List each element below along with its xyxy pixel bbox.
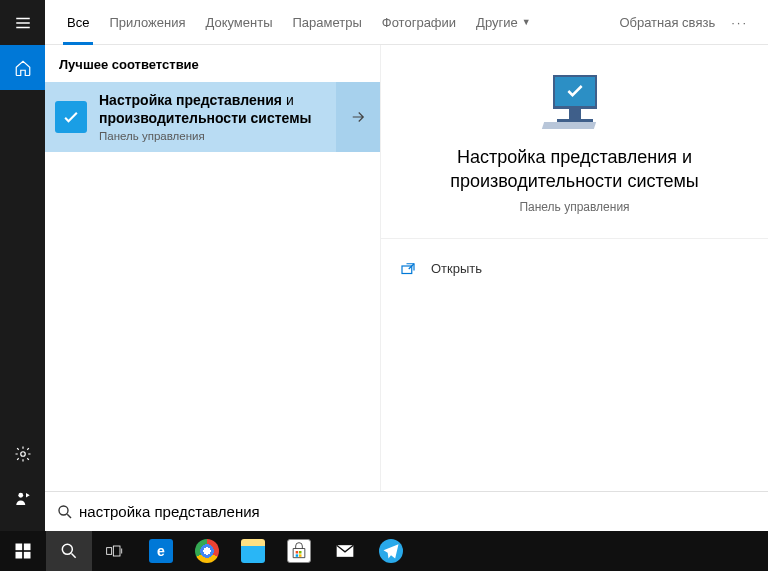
windows-icon <box>13 541 33 561</box>
task-view-icon <box>105 541 125 561</box>
edge-icon: e <box>149 539 173 563</box>
svg-point-8 <box>62 544 72 554</box>
telegram-icon <box>379 539 403 563</box>
menu-toggle-button[interactable] <box>0 0 45 45</box>
svg-rect-11 <box>296 551 299 554</box>
taskbar: e <box>0 531 768 571</box>
svg-point-1 <box>18 492 23 497</box>
best-match-heading: Лучшее соответствие <box>45 45 380 82</box>
start-left-rail <box>0 0 45 531</box>
taskbar-search-button[interactable] <box>46 531 92 571</box>
tab-apps[interactable]: Приложения <box>99 0 195 45</box>
tab-photos[interactable]: Фотографии <box>372 0 466 45</box>
taskbar-store[interactable] <box>276 531 322 571</box>
svg-rect-10 <box>113 546 120 556</box>
svg-point-0 <box>20 451 25 456</box>
tab-more[interactable]: Другие▼ <box>466 0 541 45</box>
svg-rect-13 <box>296 554 299 557</box>
chrome-icon <box>195 539 219 563</box>
open-icon <box>397 260 419 278</box>
search-result-subtitle: Панель управления <box>99 130 326 142</box>
taskbar-edge[interactable]: e <box>138 531 184 571</box>
feedback-link[interactable]: Обратная связь <box>611 15 723 30</box>
svg-rect-9 <box>107 548 112 555</box>
results-column: Лучшее соответствие Настройка представле… <box>45 45 380 491</box>
search-icon <box>59 541 79 561</box>
taskbar-mail[interactable] <box>322 531 368 571</box>
preview-column: Настройка представления и производительн… <box>380 45 768 491</box>
start-button[interactable] <box>0 531 46 571</box>
svg-rect-14 <box>299 554 302 557</box>
svg-point-3 <box>59 506 68 515</box>
search-filter-tabs: Все Приложения Документы Параметры Фотог… <box>45 0 768 45</box>
search-panel: Все Приложения Документы Параметры Фотог… <box>45 0 768 491</box>
person-icon <box>14 490 32 508</box>
more-options-button[interactable]: ··· <box>723 15 756 30</box>
search-bar <box>45 491 768 531</box>
preview-app-icon <box>541 75 609 131</box>
task-view-button[interactable] <box>92 531 138 571</box>
svg-rect-4 <box>16 544 23 551</box>
search-icon <box>51 498 79 526</box>
svg-rect-5 <box>24 544 31 551</box>
chevron-down-icon: ▼ <box>522 17 531 27</box>
account-button[interactable] <box>0 476 45 521</box>
svg-rect-12 <box>299 551 302 554</box>
mail-icon <box>333 539 357 563</box>
open-action[interactable]: Открыть <box>397 251 752 287</box>
open-action-label: Открыть <box>431 261 482 276</box>
search-result-main[interactable]: Настройка представления и производительн… <box>45 82 336 152</box>
taskbar-explorer[interactable] <box>230 531 276 571</box>
tab-all[interactable]: Все <box>57 0 99 45</box>
preview-subtitle: Панель управления <box>411 200 738 214</box>
home-icon <box>14 59 32 77</box>
home-button[interactable] <box>0 45 45 90</box>
search-result-item: Настройка представления и производительн… <box>45 82 380 152</box>
hamburger-icon <box>14 14 32 32</box>
settings-button[interactable] <box>0 431 45 476</box>
store-icon <box>287 539 311 563</box>
svg-rect-7 <box>24 552 31 559</box>
search-result-title: Настройка представления и производительн… <box>99 92 326 127</box>
gear-icon <box>14 445 32 463</box>
tab-settings[interactable]: Параметры <box>282 0 371 45</box>
taskbar-telegram[interactable] <box>368 531 414 571</box>
monitor-check-icon <box>55 101 87 133</box>
preview-title: Настройка представления и производительн… <box>411 145 738 194</box>
arrow-right-icon <box>349 108 367 126</box>
taskbar-chrome[interactable] <box>184 531 230 571</box>
svg-rect-6 <box>16 552 23 559</box>
search-input[interactable] <box>79 492 762 531</box>
folder-icon <box>241 539 265 563</box>
expand-result-button[interactable] <box>336 82 380 152</box>
tab-documents[interactable]: Документы <box>195 0 282 45</box>
